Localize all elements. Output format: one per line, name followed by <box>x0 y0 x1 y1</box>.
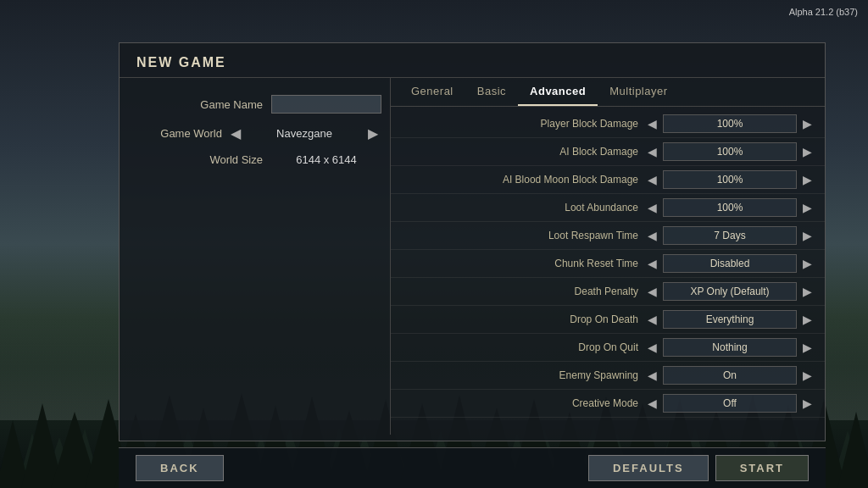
setting-label-1: AI Block Damage <box>396 146 645 158</box>
setting-control-8: ◀ Nothing ▶ <box>645 338 815 357</box>
setting-label-5: Chunk Reset Time <box>396 258 645 269</box>
setting-control-10: ◀ Off ▶ <box>645 394 815 413</box>
table-row: Drop On Quit ◀ Nothing ▶ <box>391 334 825 362</box>
game-world-next-button[interactable]: ▶ <box>364 125 381 141</box>
table-row: Drop On Death ◀ Everything ▶ <box>391 306 825 334</box>
game-world-value: Navezgane <box>249 127 359 140</box>
setting-next-6[interactable]: ▶ <box>800 285 815 298</box>
setting-control-0: ◀ 100% ▶ <box>645 114 815 133</box>
setting-prev-0[interactable]: ◀ <box>645 117 659 130</box>
setting-prev-8[interactable]: ◀ <box>645 341 659 354</box>
defaults-button[interactable]: DEFAULTS <box>588 455 709 481</box>
setting-control-6: ◀ XP Only (Default) ▶ <box>645 282 815 301</box>
setting-prev-2[interactable]: ◀ <box>645 173 659 186</box>
setting-control-5: ◀ Disabled ▶ <box>645 254 815 273</box>
table-row: Creative Mode ◀ Off ▶ <box>391 390 825 418</box>
setting-value-9: On <box>663 366 797 385</box>
start-button[interactable]: START <box>715 455 809 481</box>
setting-value-4: 7 Days <box>663 226 797 245</box>
setting-prev-5[interactable]: ◀ <box>645 257 659 270</box>
setting-prev-9[interactable]: ◀ <box>645 369 659 382</box>
game-world-label: Game World <box>137 127 222 140</box>
setting-value-7: Everything <box>663 310 797 329</box>
tab-basic[interactable]: Basic <box>465 78 518 106</box>
setting-next-5[interactable]: ▶ <box>800 257 815 270</box>
world-size-value: 6144 x 6144 <box>271 153 381 166</box>
world-size-row: World Size 6144 x 6144 <box>128 153 381 166</box>
setting-prev-6[interactable]: ◀ <box>645 285 659 298</box>
setting-control-7: ◀ Everything ▶ <box>645 310 815 329</box>
settings-list: Player Block Damage ◀ 100% ▶ AI Block Da… <box>391 107 825 435</box>
setting-prev-7[interactable]: ◀ <box>645 313 659 326</box>
setting-next-7[interactable]: ▶ <box>800 313 815 326</box>
setting-value-5: Disabled <box>663 254 797 273</box>
game-world-row: Game World ◀ Navezgane ▶ <box>128 125 381 141</box>
table-row: AI Block Damage ◀ 100% ▶ <box>391 138 825 166</box>
setting-label-0: Player Block Damage <box>396 118 645 130</box>
setting-value-2: 100% <box>663 170 797 189</box>
setting-next-3[interactable]: ▶ <box>800 201 815 214</box>
right-buttons: DEFAULTS START <box>588 455 809 481</box>
setting-next-1[interactable]: ▶ <box>800 145 815 158</box>
tab-multiplayer[interactable]: Multiplayer <box>598 78 679 106</box>
setting-value-0: 100% <box>663 114 797 133</box>
setting-prev-4[interactable]: ◀ <box>645 229 659 242</box>
game-name-input[interactable] <box>271 95 381 114</box>
setting-value-6: XP Only (Default) <box>663 282 797 301</box>
setting-label-4: Loot Respawn Time <box>396 230 645 241</box>
setting-next-4[interactable]: ▶ <box>800 229 815 242</box>
setting-control-4: ◀ 7 Days ▶ <box>645 226 815 245</box>
setting-prev-3[interactable]: ◀ <box>645 201 659 214</box>
tabs-row: General Basic Advanced Multiplayer <box>391 78 825 107</box>
setting-label-10: Creative Mode <box>396 397 645 409</box>
table-row: Loot Abundance ◀ 100% ▶ <box>391 194 825 222</box>
setting-control-1: ◀ 100% ▶ <box>645 142 815 161</box>
setting-value-10: Off <box>663 394 797 413</box>
back-button[interactable]: BACK <box>136 455 224 481</box>
left-panel: Game Name Game World ◀ Navezgane ▶ World… <box>120 78 391 435</box>
setting-control-9: ◀ On ▶ <box>645 366 815 385</box>
table-row: Loot Respawn Time ◀ 7 Days ▶ <box>391 222 825 250</box>
game-name-row: Game Name <box>128 95 381 114</box>
table-row: Chunk Reset Time ◀ Disabled ▶ <box>391 250 825 278</box>
setting-next-10[interactable]: ▶ <box>800 396 815 410</box>
table-row: Player Block Damage ◀ 100% ▶ <box>391 110 825 138</box>
panel-title: NEW GAME <box>120 43 825 78</box>
setting-next-2[interactable]: ▶ <box>800 173 815 186</box>
version-label: Alpha 21.2 (b37) <box>789 7 858 17</box>
setting-next-9[interactable]: ▶ <box>800 369 815 382</box>
world-size-label: World Size <box>178 153 263 166</box>
tab-advanced[interactable]: Advanced <box>518 78 598 106</box>
setting-label-2: AI Blood Moon Block Damage <box>396 174 645 186</box>
game-world-prev-button[interactable]: ◀ <box>227 125 244 141</box>
setting-label-9: Enemy Spawning <box>396 369 645 381</box>
bottom-bar: BACK DEFAULTS START <box>119 447 826 488</box>
setting-label-8: Drop On Quit <box>396 341 645 353</box>
table-row: AI Blood Moon Block Damage ◀ 100% ▶ <box>391 166 825 194</box>
table-row: Death Penalty ◀ XP Only (Default) ▶ <box>391 278 825 306</box>
right-panel: General Basic Advanced Multiplayer Playe… <box>391 78 825 435</box>
setting-label-6: Death Penalty <box>396 286 645 297</box>
tab-general[interactable]: General <box>399 78 465 106</box>
setting-next-0[interactable]: ▶ <box>800 117 815 130</box>
setting-prev-1[interactable]: ◀ <box>645 145 659 158</box>
table-row: Enemy Spawning ◀ On ▶ <box>391 362 825 390</box>
setting-prev-10[interactable]: ◀ <box>645 396 659 410</box>
setting-value-3: 100% <box>663 198 797 217</box>
setting-value-8: Nothing <box>663 338 797 357</box>
game-name-label: Game Name <box>178 98 263 111</box>
setting-control-3: ◀ 100% ▶ <box>645 198 815 217</box>
main-panel: NEW GAME Game Name Game World ◀ Navezgan… <box>119 42 826 441</box>
setting-label-7: Drop On Death <box>396 313 645 325</box>
setting-next-8[interactable]: ▶ <box>800 341 815 354</box>
setting-label-3: Loot Abundance <box>396 202 645 214</box>
setting-value-1: 100% <box>663 142 797 161</box>
setting-control-2: ◀ 100% ▶ <box>645 170 815 189</box>
